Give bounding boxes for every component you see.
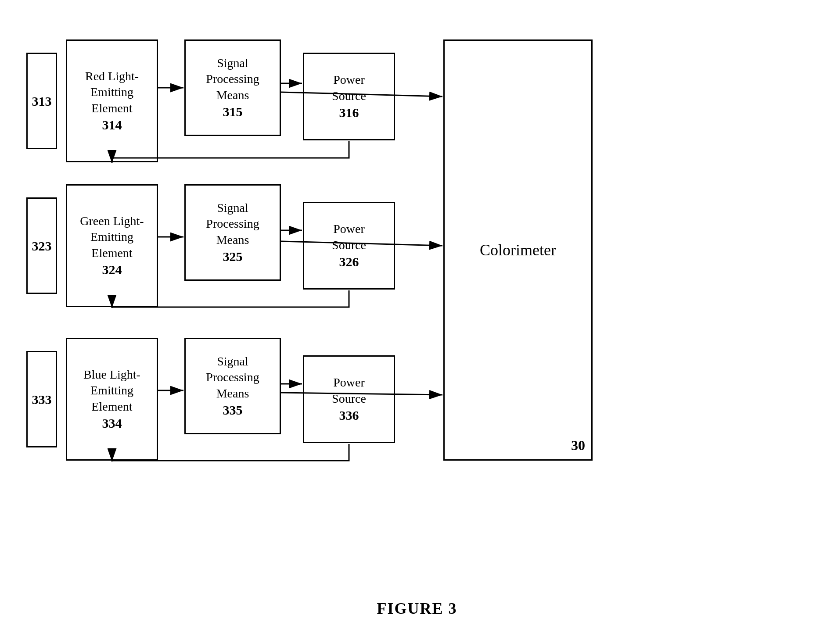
colorimeter-box: Colorimeter 30 [443,39,593,461]
sensor-box-323: 323 [26,197,57,294]
sensor-id-313: 313 [32,93,52,110]
power-label-316: Power Source [332,72,366,104]
signal-id-335: 335 [223,401,243,419]
signal-id-325: 325 [223,248,243,265]
power-id-336: 336 [339,407,359,424]
sensor-id-333: 333 [32,391,52,408]
element-id-314: 314 [102,116,122,133]
signal-label-335: Signal Processing Means [206,354,259,401]
element-label-324: Green Light- Emitting Element [80,213,144,261]
element-label-314: Red Light- Emitting Element [85,68,139,116]
element-label-334: Blue Light- Emitting Element [83,367,140,415]
signal-label-315: Signal Processing Means [206,55,259,103]
power-label-336: Power Source [332,375,366,407]
signal-box-325: Signal Processing Means 325 [184,184,281,281]
sensor-box-313: 313 [26,53,57,149]
signal-box-335: Signal Processing Means 335 [184,338,281,434]
power-box-336: Power Source 336 [303,355,395,443]
element-box-324: Green Light- Emitting Element 324 [66,184,158,307]
power-id-316: 316 [339,104,359,121]
sensor-id-323: 323 [32,237,52,254]
element-box-314: Red Light- Emitting Element 314 [66,39,158,162]
signal-label-325: Signal Processing Means [206,200,259,248]
signal-id-315: 315 [223,103,243,120]
signal-box-315: Signal Processing Means 315 [184,39,281,136]
power-box-326: Power Source 326 [303,202,395,290]
power-box-316: Power Source 316 [303,53,395,140]
element-box-334: Blue Light- Emitting Element 334 [66,338,158,461]
element-id-334: 334 [102,415,122,432]
element-id-324: 324 [102,261,122,278]
colorimeter-label: Colorimeter [480,240,556,261]
power-label-326: Power Source [332,221,366,253]
colorimeter-id: 30 [571,436,585,455]
figure-caption: FIGURE 3 [0,599,834,618]
power-id-326: 326 [339,253,359,270]
sensor-box-333: 333 [26,351,57,447]
diagram-container: 313 Red Light- Emitting Element 314 Sign… [13,26,821,556]
